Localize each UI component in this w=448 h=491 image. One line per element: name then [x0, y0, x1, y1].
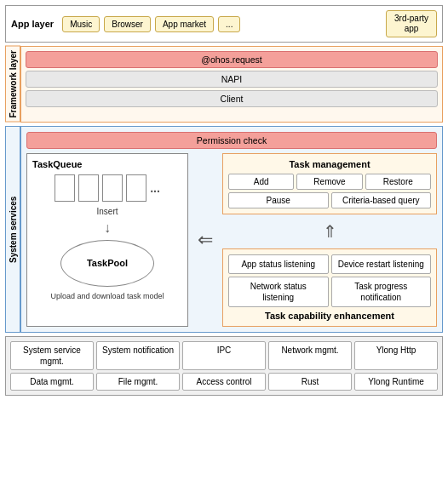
- tq-caption: Upload and download task model: [50, 292, 164, 300]
- fw-bar-client: Client: [26, 90, 438, 107]
- cap-task-progress: Task progress notification: [331, 277, 432, 307]
- sysserv-main: TaskQueue ... Insert ↓ TaskPool Upload a…: [26, 153, 437, 327]
- criteria-query-button[interactable]: Criteria-based query: [331, 192, 432, 208]
- bottom-cell-access-ctrl: Access control: [182, 373, 266, 391]
- task-mgmt-btn-row1: Add Remove Restore: [228, 174, 431, 190]
- arrow-down-icon: ↓: [104, 221, 111, 235]
- task-management-box: Task management Add Remove Restore Pause…: [222, 153, 437, 214]
- task-queue-title: TaskQueue: [32, 159, 83, 169]
- app-chip-market: App market: [155, 16, 214, 32]
- task-mgmt-btn-row2: Pause Criteria-based query: [228, 192, 431, 208]
- cap-app-status: App status listening: [228, 254, 329, 274]
- bottom-cell-svc-mgmt: System service mgmt.: [10, 341, 94, 370]
- remove-button[interactable]: Remove: [296, 174, 362, 190]
- taskpool-ellipse: TaskPool: [60, 240, 154, 287]
- system-services-content: Permission check TaskQueue ... Insert ↓: [20, 126, 443, 333]
- framework-layer: Framework layer @ohos.request NAPI Clien…: [5, 46, 443, 123]
- bottom-cell-sys-notif: System notification: [96, 341, 180, 370]
- bottom-layer: System service mgmt. System notification…: [5, 336, 443, 396]
- app-chip-dots: ...: [218, 16, 240, 32]
- app-chip-thirdparty: 3rd-party app: [386, 10, 437, 37]
- insert-label: Insert: [96, 207, 118, 216]
- app-chip-browser: Browser: [104, 16, 151, 32]
- restore-button[interactable]: Restore: [365, 174, 431, 190]
- add-button[interactable]: Add: [228, 174, 294, 190]
- bottom-cell-file-mgmt: File mgmt.: [96, 373, 180, 391]
- framework-content: @ohos.request NAPI Client: [20, 46, 443, 123]
- cap-device-restart: Device restart listening: [331, 254, 432, 274]
- system-services-label: System services: [5, 126, 20, 333]
- task-queue-box: TaskQueue ... Insert ↓ TaskPool Upload a…: [26, 153, 188, 327]
- app-layer: App layer Music Browser App market ... 3…: [5, 5, 443, 43]
- task-capability-title: Task capability enhancement: [228, 311, 431, 321]
- tq-slot-3: [102, 174, 123, 202]
- cap-network-status: Network status listening: [228, 277, 329, 307]
- system-services-layer: System services Permission check TaskQue…: [5, 126, 443, 333]
- bottom-cell-ylong-http: Ylong Http: [354, 341, 438, 370]
- bottom-row-2: Data mgmt. File mgmt. Access control Rus…: [10, 373, 438, 391]
- tq-slot-1: [55, 174, 75, 202]
- task-capability-box: App status listening Device restart list…: [222, 248, 437, 327]
- taskpool-label: TaskPool: [87, 258, 128, 268]
- task-cap-grid: App status listening Device restart list…: [228, 254, 431, 307]
- tq-slot-2: [78, 174, 99, 202]
- tq-dots: ...: [150, 181, 160, 195]
- bottom-cell-net-mgmt: Network mgmt.: [268, 341, 352, 370]
- bottom-cell-ylong-runtime: Ylong Runtime: [354, 373, 438, 391]
- bottom-row-1: System service mgmt. System notification…: [10, 341, 438, 370]
- bottom-cell-rust: Rust: [268, 373, 352, 391]
- fw-bar-napi: NAPI: [26, 71, 438, 88]
- pause-button[interactable]: Pause: [228, 192, 329, 208]
- task-management-title: Task management: [228, 159, 431, 169]
- app-chip-music: Music: [62, 16, 100, 32]
- permission-check-bar: Permission check: [26, 132, 437, 149]
- right-panels: Task management Add Remove Restore Pause…: [222, 153, 437, 327]
- app-layer-label: App layer: [11, 19, 54, 29]
- tq-slot-4: [126, 174, 146, 202]
- framework-layer-label: Framework layer: [5, 46, 20, 123]
- app-chips: Music Browser App market ... 3rd-party a…: [62, 10, 437, 37]
- task-queue-slots: ...: [55, 174, 160, 202]
- bottom-cell-data-mgmt: Data mgmt.: [10, 373, 94, 391]
- arrow-up-icon: ⇑: [222, 221, 437, 242]
- bottom-cell-ipc: IPC: [182, 341, 266, 370]
- arrow-lr-icon: ⇐: [195, 153, 215, 327]
- fw-bar-request: @ohos.request: [26, 51, 438, 68]
